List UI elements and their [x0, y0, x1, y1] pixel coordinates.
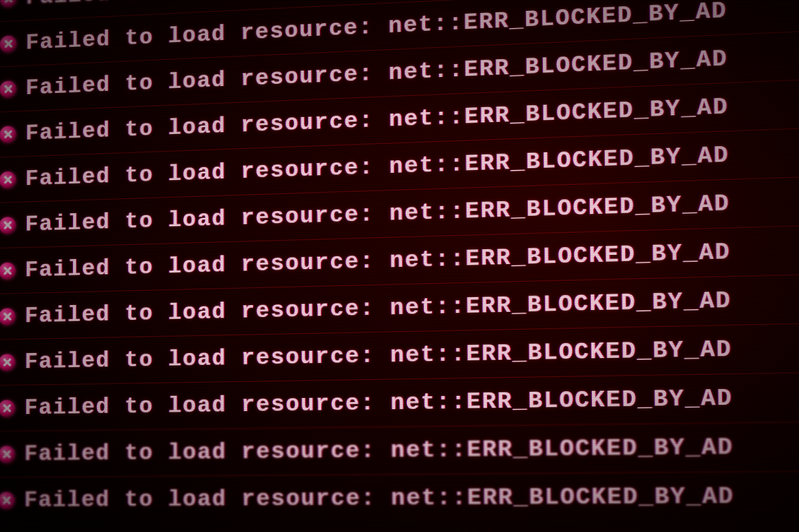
error-icon — [0, 0, 17, 7]
error-icon — [0, 125, 17, 143]
console-error-text: Failed to load resource: net::ERR_BLOCKE… — [24, 483, 735, 513]
error-icon — [0, 400, 15, 417]
error-icon — [0, 216, 16, 234]
console-error-text: Failed to load resource: net::ERR_BLOCKE… — [25, 239, 731, 282]
error-icon — [0, 445, 15, 463]
console-error-text: Failed to load resource: net::ERR_BLOCKE… — [25, 434, 734, 466]
error-icon — [0, 354, 15, 371]
error-icon — [0, 262, 16, 279]
error-icon — [0, 35, 17, 52]
error-icon — [0, 171, 16, 189]
error-icon — [0, 80, 17, 98]
console-error-text: Failed to load resource: net::ERR_BLOCKE… — [25, 287, 731, 328]
console-error-text: Failed to load resource: net::ERR_BLOCKE… — [25, 385, 733, 420]
error-icon — [0, 492, 15, 509]
console-error-row[interactable]: Failed to load resource: net::ERR_BLOCKE… — [0, 470, 799, 523]
devtools-console: Failed to load resource: net::ERR_BLOCKE… — [0, 0, 799, 523]
console-error-text: Failed to load resource: net::ERR_BLOCKE… — [25, 336, 732, 375]
error-icon — [0, 308, 16, 326]
